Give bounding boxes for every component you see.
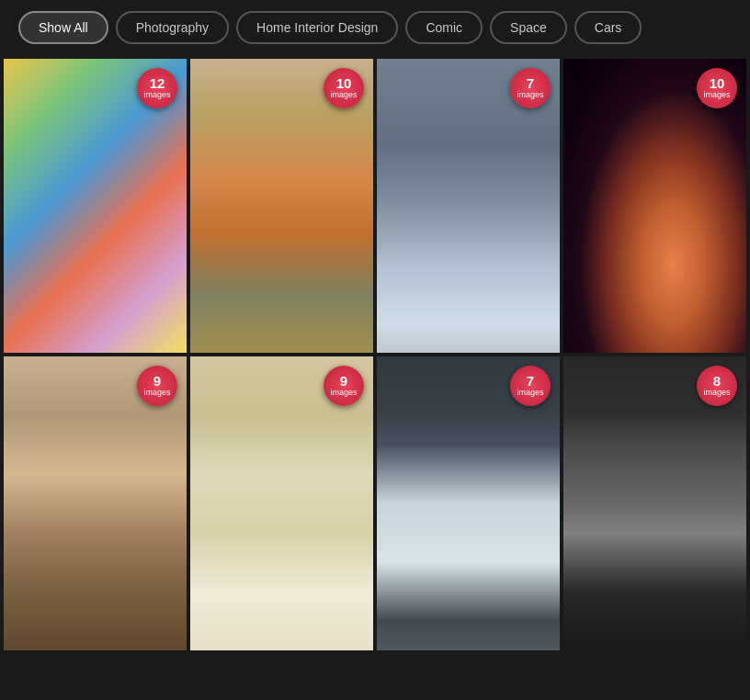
grid-item-boat-men[interactable]: 7images [377,59,560,353]
badge-count: 7 [527,76,534,90]
nav-btn-space[interactable]: Space [490,11,567,44]
badge-label: images [330,388,357,398]
image-count-badge: 7images [510,366,551,406]
image-count-badge: 12images [137,68,177,108]
image-count-badge: 8images [697,366,737,406]
image-grid: 12images10images7images10images9images9i… [0,55,750,654]
image-count-badge: 9images [137,366,177,406]
image-count-badge: 10images [697,68,737,108]
nav-btn-home-interior-design[interactable]: Home Interior Design [236,11,398,44]
grid-item-kitchen[interactable]: 7images [377,356,560,650]
badge-label: images [143,90,170,100]
image-count-badge: 9images [324,366,364,406]
badge-count: 9 [153,374,161,388]
grid-item-galaxy[interactable]: 10images [563,59,746,353]
badge-label: images [517,388,543,398]
nav-btn-photography[interactable]: Photography [116,11,229,44]
nav-btn-show-all[interactable]: Show All [18,11,108,44]
badge-count: 10 [710,76,725,90]
grid-item-bedroom[interactable]: 9images [4,356,187,650]
badge-label: images [703,388,730,398]
grid-item-living-room[interactable]: 8images [563,356,746,650]
grid-item-colorful-umbrellas[interactable]: 12images [4,59,187,353]
badge-count: 10 [336,76,352,90]
grid-item-bathroom[interactable]: 9images [190,356,373,650]
badge-count: 7 [527,374,534,388]
badge-count: 8 [713,374,721,388]
badge-count: 12 [150,76,165,90]
badge-label: images [517,90,543,100]
badge-count: 9 [340,374,347,388]
badge-label: images [703,90,730,100]
image-count-badge: 7images [510,68,551,108]
badge-label: images [143,388,170,398]
nav-btn-comic[interactable]: Comic [405,11,483,44]
image-count-badge: 10images [324,68,364,108]
nav-btn-cars[interactable]: Cars [574,11,642,44]
category-nav: Show AllPhotographyHome Interior DesignC… [0,0,750,55]
grid-item-autumn-forest[interactable]: 10images [190,59,373,353]
badge-label: images [330,90,357,100]
